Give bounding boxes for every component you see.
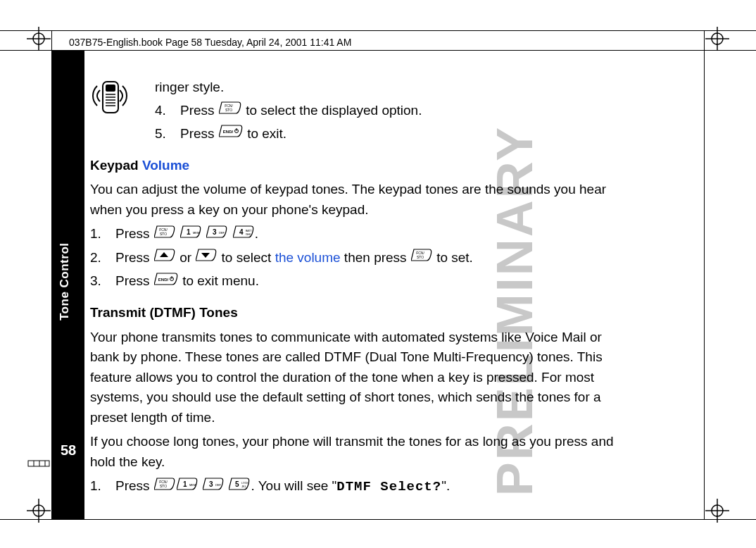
paragraph: Your phone transmits tones to communicat… [90, 328, 634, 428]
list-item: Press FCN/STO to select the displayed op… [155, 101, 634, 121]
five-key-icon: 5LOCKJKL [229, 477, 250, 497]
paragraph: If you choose long tones, your phone wil… [90, 432, 634, 472]
end-key-icon: END/ [219, 124, 243, 144]
registration-mark-icon [27, 27, 51, 51]
svg-text:3: 3 [213, 228, 217, 236]
continued-steps: ringer style. Press FCN/STO to select th… [155, 77, 634, 144]
svg-text:JKL: JKL [241, 485, 247, 488]
fcn-key-icon: FCN/STO [154, 477, 175, 497]
step-text: ringer style. [155, 77, 634, 98]
list-item: Press FCN/STO1MEM 3DEF 5LOCKJKL. You wil… [90, 476, 634, 497]
fcn-key-icon: FCN/STO [219, 101, 241, 121]
svg-text:MEM: MEM [189, 483, 196, 487]
svg-text:GHI: GHI [246, 232, 251, 236]
svg-text:END/: END/ [158, 278, 169, 282]
crop-mark [704, 30, 705, 520]
paragraph: You can adjust the volume of keypad tone… [90, 180, 634, 220]
registration-mark-icon [705, 499, 729, 523]
lcd-text: DTMF Select? [336, 479, 441, 494]
svg-text:DEF: DEF [219, 231, 225, 235]
color-bar-icon [27, 456, 51, 480]
crop-mark [0, 519, 756, 520]
svg-text:STO: STO [160, 232, 167, 236]
phone-ringing-icon [90, 77, 135, 126]
svg-text:MEM: MEM [193, 231, 199, 235]
registration-mark-icon [27, 499, 51, 523]
svg-text:5: 5 [235, 480, 239, 488]
fcn-key-icon: FCN/STO [154, 225, 175, 245]
page-number: 58 [61, 442, 76, 459]
fcn-key-icon: FCN/STO [411, 248, 432, 268]
list-item: Press FCN/STO 1MEM 3DEF 4BATTGHI. [90, 224, 634, 244]
svg-text:1: 1 [187, 228, 191, 236]
section-heading: Transmit (DTMF) Tones [90, 303, 634, 323]
svg-text:END/: END/ [223, 130, 234, 134]
up-key-icon [154, 248, 175, 268]
page-header: 037B75-English.book Page 58 Tuesday, Apr… [69, 37, 351, 48]
three-key-icon: 3DEF [206, 225, 227, 245]
svg-text:3: 3 [209, 480, 213, 488]
svg-text:DEF: DEF [215, 483, 222, 487]
down-key-icon [196, 248, 217, 268]
svg-text:STO: STO [417, 255, 424, 259]
svg-text:1: 1 [183, 480, 187, 488]
svg-text:STO: STO [225, 108, 232, 112]
four-key-icon: 4BATTGHI [233, 225, 254, 245]
svg-text:4: 4 [239, 228, 244, 236]
list-item: Press or to select the volume then press… [90, 248, 634, 268]
three-key-icon: 3DEF [203, 477, 224, 497]
section-heading: Keypad Volume [90, 156, 634, 176]
crop-mark [0, 50, 756, 51]
page-content: ringer style. Press FCN/STO to select th… [90, 77, 634, 500]
svg-text:STO: STO [160, 484, 167, 488]
one-key-icon: 1MEM [177, 477, 198, 497]
one-key-icon: 1MEM [180, 225, 201, 245]
end-key-icon: END/ [154, 272, 178, 292]
document-page: 037B75-English.book Page 58 Tuesday, Apr… [0, 0, 756, 548]
svg-rect-17 [106, 85, 115, 92]
svg-rect-12 [28, 461, 49, 466]
section-label: Tone Control [58, 243, 72, 321]
registration-mark-icon [705, 27, 729, 51]
list-item: Press END/ to exit. [155, 124, 634, 144]
crop-mark [0, 30, 756, 31]
list-item: Press END/ to exit menu. [90, 271, 634, 292]
